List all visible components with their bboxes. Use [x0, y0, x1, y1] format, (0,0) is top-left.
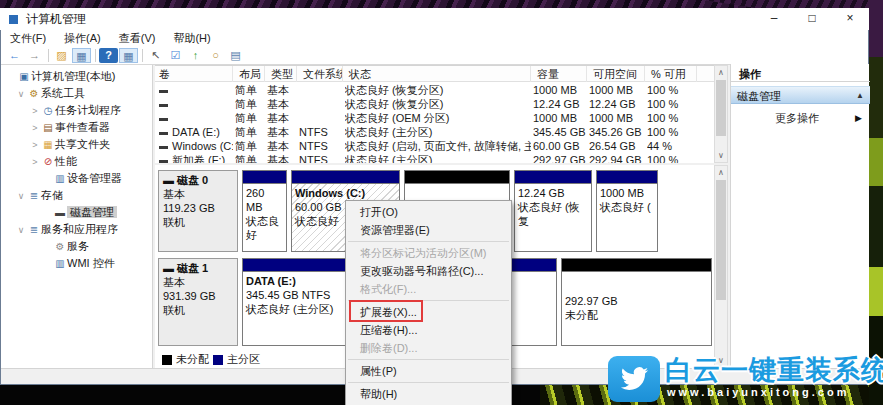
maximize-button[interactable]: □ [793, 8, 831, 30]
details-icon[interactable]: ▤ [226, 48, 245, 63]
scrollbar-thumb[interactable] [716, 180, 726, 300]
tree-item-services-and-applications[interactable]: ∨≣服务和应用程序 [1, 221, 152, 238]
scrollbar-thumb[interactable] [716, 80, 726, 136]
forward-icon[interactable]: → [25, 48, 44, 63]
tree-item-system-tools[interactable]: ∨⚙系统工具 [1, 85, 152, 102]
menu-shrink-volume[interactable]: 压缩卷(H)... [346, 321, 511, 339]
volume-list-scrollbar[interactable]: ∧ ∨ [714, 65, 728, 163]
tree-item-disk-management[interactable]: ▬磁盘管理 [1, 204, 152, 221]
volume-row[interactable]: 新加卷 (F:) 简单 基本 NTFS 状态良好 (主分区) 292.97 GB… [155, 153, 714, 163]
window-title: 计算机管理 [26, 11, 86, 28]
tree-item-task-scheduler[interactable]: >◷任务计划程序 [1, 102, 152, 119]
storage-icon: ≣ [27, 187, 41, 204]
toolbar: ← → ▨ ▦ ? ▦ ↖ ☑ ↑ ○ ▤ [1, 47, 868, 65]
volume-row[interactable]: 简单 基本 状态良好 (OEM 分区) 1000 MB 1000 MB 100 … [155, 111, 714, 125]
close-button[interactable]: × [831, 8, 869, 30]
tree-item-services[interactable]: ⚙服务 [1, 238, 152, 255]
menu-change-drive-letter[interactable]: 更改驱动器号和路径(C)... [346, 262, 511, 280]
back-icon[interactable]: ← [5, 48, 24, 63]
volume-row[interactable]: DATA (E:) 简单 基本 NTFS 状态良好 (主分区) 345.45 G… [155, 125, 714, 139]
volume-row[interactable]: 简单 基本 状态良好 (恢复分区) 1000 MB 1000 MB 100 % [155, 83, 714, 97]
export-icon[interactable]: ▨ [52, 48, 71, 63]
graphical-view-scrollbar[interactable]: ∧ ∨ [714, 165, 728, 368]
column-capacity[interactable]: 容量 [533, 66, 587, 82]
menu-bar: 文件(F) 操作(A) 查看(V) 帮助(H) [1, 30, 868, 47]
column-pct-free[interactable]: % 可用 [647, 66, 697, 82]
disk0-partition-recovery[interactable]: 12.24 GB状态良好 (恢复 [514, 170, 592, 252]
task-scheduler-icon: ◷ [41, 102, 55, 119]
toolbar-separator [95, 49, 96, 62]
checklist-icon[interactable]: ☑ [166, 48, 185, 63]
tree-item-shared-folders[interactable]: >▦共享文件夹 [1, 136, 152, 153]
menu-open[interactable]: 打开(O) [346, 203, 511, 221]
disk0-info[interactable]: ▬ 磁盘 0 基本 119.23 GB 联机 [158, 170, 238, 252]
menu-separator [348, 382, 509, 383]
desktop: 计算机管理 – □ × 文件(F) 操作(A) 查看(V) 帮助(H) ← → … [0, 0, 883, 405]
column-filesystem[interactable]: 文件系统 [299, 66, 343, 82]
actions-section-disk-management[interactable]: 磁盘管理 ▲ [731, 86, 870, 104]
column-free-space[interactable]: 可用空间 [589, 66, 645, 82]
device-manager-icon: ▥ [53, 170, 67, 187]
scroll-down-icon[interactable]: ∨ [715, 149, 727, 162]
volume-icon [159, 160, 168, 163]
menu-file[interactable]: 文件(F) [1, 31, 55, 46]
watermark: 白云一键重装系统 www.baiyunxitong.com [585, 350, 883, 405]
system-tools-icon: ⚙ [27, 85, 41, 102]
tree-item-device-manager[interactable]: ▥设备管理器 [1, 170, 152, 187]
show-console-tree-icon[interactable]: ▦ [119, 48, 138, 63]
disk1-unallocated[interactable]: 292.97 GB未分配 [561, 258, 712, 346]
menu-view[interactable]: 查看(V) [110, 31, 165, 46]
more-actions[interactable]: 更多操作 ▶ [731, 110, 870, 126]
minimize-button[interactable]: – [755, 8, 793, 30]
menu-explorer[interactable]: 资源管理器(E) [346, 221, 511, 239]
scroll-up-icon[interactable]: ∧ [715, 166, 727, 179]
search-icon[interactable]: ○ [206, 48, 225, 63]
column-layout[interactable]: 布局 [235, 66, 265, 82]
volume-row[interactable]: 简单 基本 状态良好 (恢复分区) 12.24 GB 12.24 GB 100 … [155, 97, 714, 111]
actions-panel: 操作 磁盘管理 ▲ 更多操作 ▶ [730, 64, 869, 368]
tree-item-computer-management[interactable]: ▣计算机管理(本地) [1, 68, 152, 85]
help-icon[interactable]: ? [99, 48, 118, 63]
volume-icon [159, 118, 168, 121]
menu-help[interactable]: 帮助(H) [346, 385, 511, 403]
volume-row[interactable]: Windows (C:) 简单 基本 NTFS 状态良好 (启动, 页面文件, … [155, 139, 714, 153]
menu-help[interactable]: 帮助(H) [164, 31, 219, 46]
action-pointer-icon[interactable]: ↖ [146, 48, 165, 63]
menu-separator [348, 241, 509, 242]
tree-item-event-viewer[interactable]: >▤事件查看器 [1, 119, 152, 136]
menu-properties[interactable]: 属性(P) [346, 362, 511, 380]
volume-icon [159, 90, 168, 93]
volume-icon [159, 132, 168, 135]
volume-list: 卷 布局 类型 文件系统 状态 容量 可用空间 % 可用 简单 基本 状态良好 … [155, 65, 714, 163]
toolbar-separator [142, 49, 143, 62]
actions-title: 操作 [731, 66, 870, 82]
up-level-icon[interactable]: ↑ [186, 48, 205, 63]
menu-action[interactable]: 操作(A) [55, 31, 110, 46]
extend-volume-annotation-box [349, 300, 423, 322]
volume-icon [159, 146, 168, 149]
scroll-up-icon[interactable]: ∧ [715, 66, 727, 79]
column-volume[interactable]: 卷 [155, 66, 233, 82]
column-status[interactable]: 状态 [345, 66, 531, 82]
collapse-icon[interactable]: ▲ [856, 87, 864, 105]
tree-item-wmi-control[interactable]: ▥WMI 控件 [1, 255, 152, 272]
services-apps-icon: ≣ [27, 221, 41, 238]
disk-icon: ▬ [163, 262, 174, 274]
legend-primary-label: 主分区 [227, 352, 260, 367]
console-window-icon[interactable]: ▦ [72, 48, 91, 63]
tree-item-performance[interactable]: >⊘性能 [1, 153, 152, 170]
disk0-partition-oem[interactable]: 1000 MB状态良好 ( [596, 170, 658, 252]
disk1-info[interactable]: ▬ 磁盘 1 基本 931.39 GB 联机 [158, 258, 238, 346]
menu-mark-active-partition: 将分区标记为活动分区(M) [346, 244, 511, 262]
watermark-brand-text: 白云一键重装系统 [665, 352, 883, 388]
disk0-partition-system[interactable]: 260 MB状态良好 [242, 170, 287, 252]
app-icon [7, 13, 20, 26]
bird-logo-icon [608, 356, 660, 402]
submenu-arrow-icon: ▶ [855, 110, 862, 126]
services-icon: ⚙ [53, 238, 67, 255]
legend-primary-swatch [213, 355, 223, 365]
tree-item-storage[interactable]: ∨≣存储 [1, 187, 152, 204]
legend-unallocated-swatch [162, 355, 172, 365]
column-type[interactable]: 类型 [267, 66, 297, 82]
legend: 未分配 主分区 [158, 352, 260, 367]
